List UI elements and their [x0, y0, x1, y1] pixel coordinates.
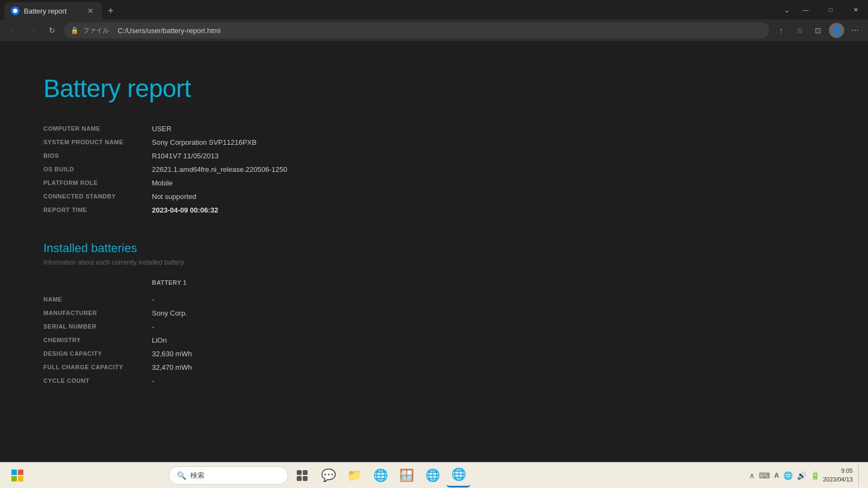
close-button[interactable]: ✕ — [843, 0, 868, 20]
platform-role-label: PLATFORM ROLE — [43, 179, 152, 187]
start-button[interactable] — [7, 465, 28, 486]
active-tab[interactable]: Battery report ✕ — [4, 2, 102, 20]
clock-time: 9:05 — [823, 467, 853, 475]
taskbar-widgets-button[interactable] — [290, 464, 314, 487]
tray-keyboard-icon: ⌨ — [759, 471, 770, 480]
tab-label: Battery report — [24, 7, 81, 15]
taskbar-explorer-button[interactable]: 📁 — [342, 464, 366, 487]
profile-button[interactable]: 👤 — [829, 23, 844, 38]
taskbar-chrome-button[interactable]: 🌐 — [420, 464, 444, 487]
os-build-value: 22621.1.amd64fre.ni_release.220506-1250 — [152, 165, 825, 174]
report-time-value: 2023-04-09 00:06:32 — [152, 206, 825, 214]
system-product-name-label: SYSTEM PRODUCT NAME — [43, 138, 152, 146]
address-protocol-icon: 🔒 — [71, 27, 79, 34]
widgets-icon — [296, 469, 309, 482]
system-product-name-value: Sony Corporation SVP11216PXB — [152, 138, 825, 146]
connected-standby-label: CONNECTED STANDBY — [43, 192, 152, 201]
address-path: C:/Users/user/battery-report.html — [118, 27, 220, 35]
show-desktop-button[interactable] — [858, 465, 861, 486]
battery-manufacturer-label: MANUFACTURER — [43, 309, 152, 317]
battery-col-header: BATTERY 1 — [152, 279, 825, 286]
tray-speaker-icon[interactable]: 🔊 — [797, 471, 806, 480]
battery-design-capacity-value: 32,630 mWh — [152, 350, 825, 358]
svg-rect-8 — [303, 476, 308, 481]
svg-rect-5 — [297, 470, 302, 475]
split-button[interactable]: ⊡ — [810, 23, 826, 38]
tray-language-icon: 🌐 — [783, 471, 793, 480]
platform-role-value: Mobile — [152, 179, 825, 187]
svg-rect-3 — [11, 476, 17, 481]
battery-cycle-count-value: - — [152, 377, 825, 385]
battery-name-value: - — [152, 296, 825, 304]
bios-label: BIOS — [43, 152, 152, 160]
battery-manufacturer-value: Sony Corp. — [152, 309, 825, 317]
battery-chemistry-label: CHEMISTRY — [43, 336, 152, 344]
battery-name-label: NAME — [43, 296, 152, 304]
address-bar-row: ← → ↻ 🔒 ファイル C:/Users/user/battery-repor… — [0, 20, 868, 41]
battery-serial-label: SERIAL NUMBER — [43, 323, 152, 331]
page-title: Battery report — [43, 74, 825, 103]
tab-list-button[interactable]: ⌄ — [780, 3, 793, 16]
minimize-button[interactable]: — — [793, 0, 818, 20]
svg-rect-7 — [297, 476, 302, 481]
taskbar-browser-active[interactable]: 🌐 — [446, 464, 470, 487]
computer-name-value: USER — [152, 125, 825, 133]
maximize-button[interactable]: □ — [818, 0, 843, 20]
battery-design-capacity-label: DESIGN CAPACITY — [43, 350, 152, 358]
tray-up-arrow-icon[interactable]: ∧ — [749, 471, 755, 480]
computer-name-label: COMPUTER NAME — [43, 125, 152, 133]
report-time-label: REPORT TIME — [43, 206, 152, 214]
search-icon: 🔍 — [177, 471, 186, 480]
browser-chrome: Battery report ✕ + ⌄ — □ ✕ ← → ↻ 🔒 ファイル … — [0, 0, 868, 41]
address-file-label: ファイル — [83, 26, 109, 35]
battery-chemistry-value: LiOn — [152, 336, 825, 344]
svg-rect-1 — [11, 470, 17, 475]
tab-bar: Battery report ✕ + ⌄ — □ ✕ — [0, 0, 868, 20]
address-bar-actions: ↑ ☆ ⊡ 👤 ⋯ — [774, 23, 863, 38]
system-tray-icons: ∧ ⌨ A 🌐 🔊 🔋 — [749, 471, 820, 480]
clock-date: 2023/04/13 — [823, 476, 853, 484]
bookmark-button[interactable]: ☆ — [792, 23, 807, 38]
new-tab-button[interactable]: + — [102, 2, 119, 20]
share-button[interactable]: ↑ — [774, 23, 789, 38]
window-controls: ⌄ — □ ✕ — [780, 0, 868, 20]
battery-full-charge-value: 32,470 mWh — [152, 363, 825, 371]
system-info-table: COMPUTER NAME USER SYSTEM PRODUCT NAME S… — [43, 125, 825, 214]
tray-battery-icon[interactable]: 🔋 — [810, 471, 820, 480]
taskbar-center: 🔍 検索 💬 📁 🌐 🪟 🌐 🌐 — [169, 464, 470, 487]
battery-cycle-count-label: CYCLE COUNT — [43, 377, 152, 385]
taskbar: 🔍 検索 💬 📁 🌐 🪟 🌐 🌐 ∧ ⌨ A 🌐 🔊 🔋 — [0, 462, 868, 488]
taskbar-edge-button[interactable]: 🌐 — [368, 464, 392, 487]
windows-logo-icon — [11, 470, 23, 481]
bios-value: R1041V7 11/05/2013 — [152, 152, 825, 160]
taskbar-left — [7, 465, 28, 486]
svg-rect-2 — [18, 470, 23, 475]
address-bar[interactable]: 🔒 ファイル C:/Users/user/battery-report.html — [64, 22, 769, 38]
os-build-label: OS BUILD — [43, 165, 152, 174]
forward-button[interactable]: → — [25, 23, 40, 38]
connected-standby-value: Not supported — [152, 192, 825, 201]
battery-serial-value: - — [152, 323, 825, 331]
tab-favicon — [11, 7, 20, 15]
installed-batteries-title: Installed batteries — [43, 241, 825, 255]
svg-rect-6 — [303, 470, 308, 475]
system-clock[interactable]: 9:05 2023/04/13 — [823, 467, 853, 484]
battery-table: BATTERY 1 NAME - MANUFACTURER Sony Corp.… — [43, 279, 825, 385]
search-bar[interactable]: 🔍 検索 — [169, 466, 288, 485]
battery-full-charge-label: FULL CHARGE CAPACITY — [43, 363, 152, 371]
svg-point-0 — [13, 9, 17, 13]
extensions-button[interactable]: ⋯ — [847, 23, 863, 38]
svg-rect-4 — [18, 476, 23, 481]
tray-ime-icon: A — [774, 472, 779, 479]
installed-batteries-subtitle: Information about each currently install… — [43, 259, 825, 266]
back-button[interactable]: ← — [5, 23, 21, 38]
page-content: Battery report COMPUTER NAME USER SYSTEM… — [0, 41, 868, 468]
tab-close-button[interactable]: ✕ — [86, 6, 95, 16]
search-text: 検索 — [190, 471, 205, 480]
reload-button[interactable]: ↻ — [44, 23, 60, 38]
taskbar-right: ∧ ⌨ A 🌐 🔊 🔋 9:05 2023/04/13 — [749, 465, 861, 486]
taskbar-store-button[interactable]: 🪟 — [394, 464, 418, 487]
taskbar-chat-button[interactable]: 💬 — [316, 464, 340, 487]
